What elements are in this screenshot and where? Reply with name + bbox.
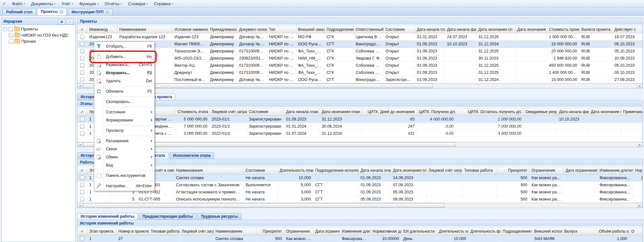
row-checkbox[interactable]	[80, 183, 85, 187]
column-header[interactable]: ЦИТК. Осталось получить д/с	[456, 108, 524, 116]
menubar-item[interactable]: Учёт▼	[59, 1, 76, 7]
context-menu-item[interactable]: Обмен	[94, 153, 154, 161]
tab-inactive[interactable]: Инструкции ПУП×	[68, 9, 112, 15]
column-header[interactable]: Приоритет	[497, 167, 529, 174]
column-header[interactable]: Подразделение-исполнитель	[313, 167, 358, 174]
context-menu-item[interactable]: Расширения	[94, 137, 154, 145]
close-icon[interactable]: ×	[106, 10, 109, 14]
stages-hscrollbar[interactable]: ◄ ►	[77, 142, 643, 147]
context-menu-item[interactable]: DelУдалить	[94, 77, 154, 85]
column-header[interactable]: Ответственный	[354, 26, 383, 33]
column-header[interactable]: Ограничение	[284, 228, 313, 235]
context-menu-item[interactable]: Alt+EnterНастройки...	[94, 182, 154, 190]
column-header[interactable]: Условное наименова	[172, 26, 208, 33]
tree-checkbox[interactable]	[9, 39, 13, 44]
column-header[interactable]: Наименование	[213, 228, 256, 235]
column-header[interactable]: Дата начала план	[284, 108, 320, 116]
column-header[interactable]: Дата окончания ф	[515, 26, 547, 33]
column-header[interactable]: Состояние	[247, 108, 284, 116]
scroll-right-icon[interactable]: ►	[637, 203, 642, 208]
column-header[interactable]: Дата ограничения	[313, 228, 340, 235]
row-checkbox[interactable]	[80, 117, 85, 121]
row-checkbox[interactable]	[80, 63, 85, 68]
row-checkbox[interactable]	[80, 49, 85, 53]
column-header[interactable]: ЕИ длительности	[401, 228, 437, 235]
column-header[interactable]: Тип	[267, 26, 296, 33]
column-header[interactable]: Действует с	[612, 26, 643, 33]
column-header[interactable]: Номер в проекте	[116, 228, 149, 235]
scroll-left-icon[interactable]: ◄	[77, 203, 83, 208]
column-header[interactable]: Изменение длител	[597, 167, 633, 174]
row-checkbox[interactable]	[80, 190, 85, 194]
projects-hscrollbar[interactable]: ◄ ►	[77, 83, 643, 88]
column-header[interactable]: Ограничение	[529, 167, 563, 174]
context-menu-item[interactable]: Ctrl+F3Размножить...	[94, 61, 154, 69]
section-tab[interactable]: История изменений работы	[77, 213, 138, 220]
column-header[interactable]: Выпуск	[562, 228, 597, 235]
column-header[interactable]: Дата начала факт	[557, 108, 589, 116]
section-tab[interactable]: Трудовые ресурсы	[197, 213, 241, 220]
tree-checkbox[interactable]	[9, 33, 13, 38]
column-header[interactable]: Длительность план▼	[277, 167, 313, 174]
column-header[interactable]: Нормативная длит	[370, 228, 401, 235]
tree-checkbox[interactable]	[8, 27, 13, 31]
column-header[interactable]: Документ-основан	[237, 26, 267, 33]
scroll-right-icon[interactable]: ►	[637, 84, 642, 88]
column-header[interactable]: ✓	[77, 108, 87, 116]
menubar-item[interactable]: Отчёты▼	[102, 1, 125, 7]
column-header[interactable]: Дата окончания план	[320, 108, 362, 116]
table-row[interactable]: Изделие123Разработка изделия 123Изделие-…	[77, 33, 643, 40]
context-menu-item[interactable]: F6Отобрать...	[94, 42, 154, 51]
column-header[interactable]: ✓	[77, 26, 87, 33]
tab-active[interactable]: Проекты×	[37, 8, 67, 15]
tab-inactive[interactable]: Рабочий стол	[3, 9, 36, 15]
column-header[interactable]: ✓	[77, 228, 87, 235]
context-menu-item[interactable]: Просмотр	[94, 127, 154, 135]
column-header[interactable]: Лицевой счёт затр.	[179, 228, 213, 235]
column-header[interactable]: Длительность фак	[468, 228, 501, 235]
table-row[interactable]: 1501-СГТ-005Описать используемую техноло…	[77, 196, 643, 203]
scroll-right-icon[interactable]: ►	[637, 142, 642, 147]
context-menu-item[interactable]: F5Обновить	[94, 87, 154, 96]
context-menu-item[interactable]: Формирование	[94, 116, 154, 124]
table-row[interactable]: 1201-СГТ-002Аттестация основного и приме…	[77, 189, 643, 196]
column-header[interactable]: Состояние	[243, 167, 277, 174]
row-checkbox[interactable]	[80, 236, 85, 241]
column-header[interactable]: Дата начала план.	[415, 26, 445, 33]
tree-item[interactable]: Проекты	[2, 26, 74, 32]
menubar-item[interactable]: Файл▼	[9, 1, 28, 7]
scroll-thumb[interactable]	[83, 203, 445, 208]
column-header[interactable]: ЦИТК. Дней до окончания	[362, 108, 417, 116]
column-header[interactable]: Стоимость этапа	[175, 108, 209, 116]
column-header[interactable]: Типовая работа	[462, 167, 497, 174]
menubar-item[interactable]: Функции▼	[76, 1, 102, 7]
column-header[interactable]: Принадлежность	[208, 26, 237, 33]
column-header[interactable]: Валюта проекта	[579, 26, 612, 33]
column-header[interactable]: Подразделение-ис	[501, 228, 532, 235]
column-header[interactable]: Мнемокод	[87, 26, 117, 33]
scroll-left-icon[interactable]: ◄	[77, 84, 83, 88]
row-checkbox[interactable]	[80, 42, 85, 46]
context-menu-item[interactable]: F2Исправить...	[94, 69, 154, 77]
column-header[interactable]: Лицевой счёт затр	[426, 167, 462, 174]
row-checkbox[interactable]	[80, 124, 85, 129]
menubar-item[interactable]: Словари▼	[125, 1, 151, 7]
column-header[interactable]: Подразделение-от	[324, 26, 354, 33]
menubar-item[interactable]: Документы▼	[28, 1, 59, 7]
column-header[interactable]: Объём работы пла	[597, 228, 629, 235]
column-header[interactable]: Типовая работа	[149, 228, 179, 235]
table-row[interactable]: 2023-03905-U020-23/269Демопример230823/0…	[77, 55, 643, 62]
column-header[interactable]: Дата ограничения	[563, 167, 597, 174]
close-icon[interactable]: ×	[60, 10, 63, 14]
collapse-panel-button[interactable]: «	[67, 19, 73, 25]
column-header[interactable]: Внешний исполни	[532, 228, 562, 235]
menubar-item[interactable]: Справка▼	[151, 1, 176, 7]
column-header[interactable]: Приоритет	[256, 228, 284, 235]
context-menu-item[interactable]: InsДобавить...	[94, 53, 154, 61]
column-header[interactable]: ✓	[77, 167, 87, 174]
table-row[interactable]: 127Синтез сплава500Как можно ран…Фиксиро…	[77, 235, 643, 242]
context-menu-item[interactable]: Состояние	[94, 108, 154, 116]
tree-collapse-icon[interactable]	[3, 27, 7, 31]
column-header[interactable]: О	[629, 228, 643, 235]
column-header[interactable]: Дата начала факт.	[445, 26, 476, 33]
